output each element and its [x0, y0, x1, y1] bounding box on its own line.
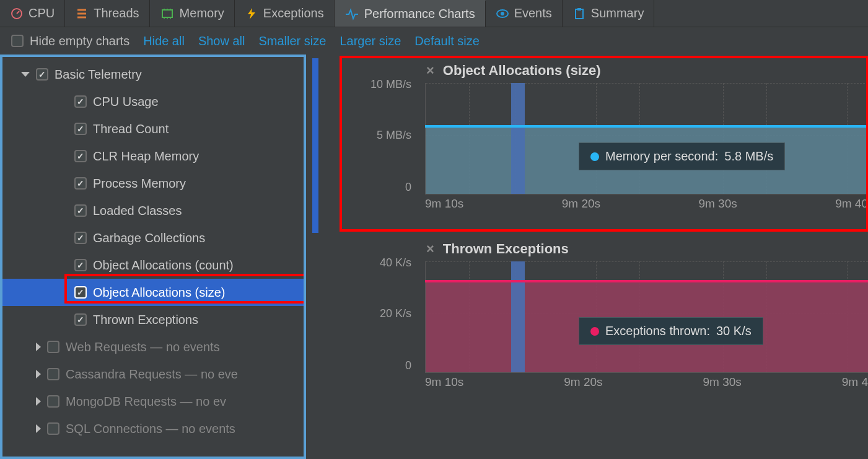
tree-group-sql-connections[interactable]: SQL Connections — no events: [2, 415, 304, 442]
hide-empty-checkbox[interactable]: Hide empty charts: [11, 34, 129, 48]
checkbox-icon[interactable]: [47, 422, 59, 435]
checkbox-icon[interactable]: [47, 368, 59, 380]
x-tick: 9m 30s: [703, 375, 742, 389]
close-icon[interactable]: ×: [426, 241, 434, 257]
tree-item-garbage-collections[interactable]: Garbage Collections: [2, 224, 304, 251]
tab-summary[interactable]: Summary: [563, 0, 655, 27]
tree-item-loaded-classes[interactable]: Loaded Classes: [2, 197, 304, 224]
tree-group-suffix: — no eve: [182, 367, 238, 381]
chip-icon: [160, 7, 175, 20]
tree-group-mongodb-requests[interactable]: MongoDB Requests — no ev: [2, 388, 304, 415]
threads-icon: [75, 7, 89, 20]
svg-point-14: [501, 12, 504, 15]
bolt-icon: [245, 7, 258, 20]
tree-group-basic-telemetry[interactable]: Basic Telemetry: [2, 61, 304, 88]
series-line: [425, 280, 868, 282]
tree-group-suffix: — no events: [147, 340, 220, 354]
tree-group-cassandra-requests[interactable]: Cassandra Requests — no eve: [2, 361, 304, 388]
chart-tooltip: Memory per second: 5.8 MB/s: [579, 142, 785, 170]
y-tick: 0: [405, 181, 411, 194]
pulse-icon: [344, 7, 359, 21]
checkbox-icon[interactable]: [47, 341, 59, 353]
close-icon[interactable]: ×: [426, 63, 434, 79]
checkbox-icon[interactable]: [74, 286, 87, 299]
smaller-size-link[interactable]: Smaller size: [258, 34, 326, 48]
x-tick: 9m 10s: [425, 375, 463, 389]
tab-events[interactable]: Events: [486, 0, 563, 27]
time-cursor[interactable]: [511, 261, 525, 372]
x-tick: 9m 10s: [425, 197, 463, 211]
checkbox-icon[interactable]: [74, 259, 87, 271]
tree-item-clr-heap-memory[interactable]: CLR Heap Memory: [2, 142, 304, 170]
tree-item-label: Thread Count: [93, 122, 169, 136]
tree-item-object-allocations-count[interactable]: Object Allocations (count): [2, 251, 304, 279]
chart-title-text: Object Allocations (size): [443, 63, 601, 79]
tab-label: Events: [514, 6, 552, 20]
y-axis-labels: 40 K/s 20 K/s 0: [354, 261, 416, 373]
tree-group-suffix: — no ev: [177, 395, 226, 408]
tree-group-web-requests[interactable]: Web Requests — no events: [2, 333, 304, 361]
svg-rect-16: [577, 8, 581, 11]
tab-cpu[interactable]: CPU: [0, 0, 65, 27]
checkbox-icon[interactable]: [74, 123, 87, 135]
time-cursor[interactable]: [511, 83, 525, 194]
tree-group-label: Basic Telemetry: [55, 68, 142, 82]
y-tick: 20 K/s: [380, 307, 411, 320]
checkbox-icon[interactable]: [74, 95, 87, 108]
checkbox-icon[interactable]: [74, 204, 87, 217]
y-axis-labels: 10 MB/s 5 MB/s 0: [354, 83, 416, 195]
hide-empty-label: Hide empty charts: [30, 34, 129, 48]
tree-item-label: Object Allocations (count): [93, 258, 234, 273]
chart-grid: [425, 83, 868, 195]
chart-object-allocations-size: × Object Allocations (size) 10 MB/s 5 MB…: [330, 58, 868, 211]
checkbox-icon: [11, 35, 24, 47]
svg-line-1: [17, 11, 19, 14]
y-tick: 0: [405, 359, 411, 372]
tree-item-thrown-exceptions[interactable]: Thrown Exceptions: [2, 306, 304, 333]
show-all-link[interactable]: Show all: [198, 34, 245, 48]
tab-exceptions[interactable]: Exceptions: [235, 0, 335, 27]
larger-size-link[interactable]: Larger size: [340, 34, 401, 48]
tree-item-object-allocations-size[interactable]: Object Allocations (size): [2, 279, 304, 306]
tree-group-label: Web Requests: [66, 340, 147, 354]
x-axis-labels: 9m 10s 9m 20s 9m 30s 9m 4: [330, 375, 868, 389]
checkbox-icon[interactable]: [47, 395, 59, 408]
tree-item-label: Garbage Collections: [93, 231, 205, 245]
tooltip-label: Exceptions thrown:: [605, 324, 710, 338]
checkbox-icon[interactable]: [74, 313, 87, 326]
hide-all-link[interactable]: Hide all: [143, 34, 185, 48]
tooltip-value: 30 K/s: [716, 324, 752, 338]
checkbox-icon[interactable]: [74, 150, 87, 162]
chart-plot[interactable]: 10 MB/s 5 MB/s 0: [358, 83, 868, 195]
tab-memory[interactable]: Memory: [150, 0, 235, 27]
tooltip-value: 5.8 MB/s: [724, 149, 773, 164]
x-tick: 9m 40: [835, 197, 868, 211]
tab-performance-charts[interactable]: Performance Charts: [335, 0, 486, 27]
tree-item-label: Loaded Classes: [93, 204, 182, 218]
tree-item-process-memory[interactable]: Process Memory: [2, 170, 304, 197]
default-size-link[interactable]: Default size: [414, 34, 480, 48]
tab-label: Memory: [180, 6, 224, 20]
tab-label: Performance Charts: [364, 7, 475, 21]
tree-item-label: Thrown Exceptions: [93, 313, 198, 327]
tree-item-cpu-usage[interactable]: CPU Usage: [2, 88, 304, 115]
checkbox-icon[interactable]: [74, 232, 87, 244]
x-tick: 9m 4: [842, 375, 868, 389]
tab-bar: CPU Threads Memory Exceptions Performanc…: [0, 0, 868, 27]
checkbox-icon[interactable]: [74, 177, 87, 190]
tab-label: Exceptions: [263, 6, 324, 20]
tree-group-label: SQL Connections: [66, 422, 162, 435]
tree-item-label: Process Memory: [93, 177, 186, 191]
eye-icon: [496, 7, 509, 20]
chart-plot[interactable]: 40 K/s 20 K/s 0: [358, 261, 868, 373]
x-axis-labels: 9m 10s 9m 20s 9m 30s 9m 40: [330, 197, 868, 211]
y-tick: 40 K/s: [380, 256, 411, 269]
svg-rect-15: [576, 9, 583, 19]
gauge-icon: [10, 7, 24, 20]
tree-item-thread-count[interactable]: Thread Count: [2, 115, 304, 142]
clipboard-icon: [572, 7, 586, 20]
tab-threads[interactable]: Threads: [65, 0, 149, 27]
checkbox-icon[interactable]: [36, 68, 48, 81]
tab-label: Threads: [94, 6, 139, 20]
chart-panel: × Object Allocations (size) 10 MB/s 5 MB…: [306, 55, 868, 459]
